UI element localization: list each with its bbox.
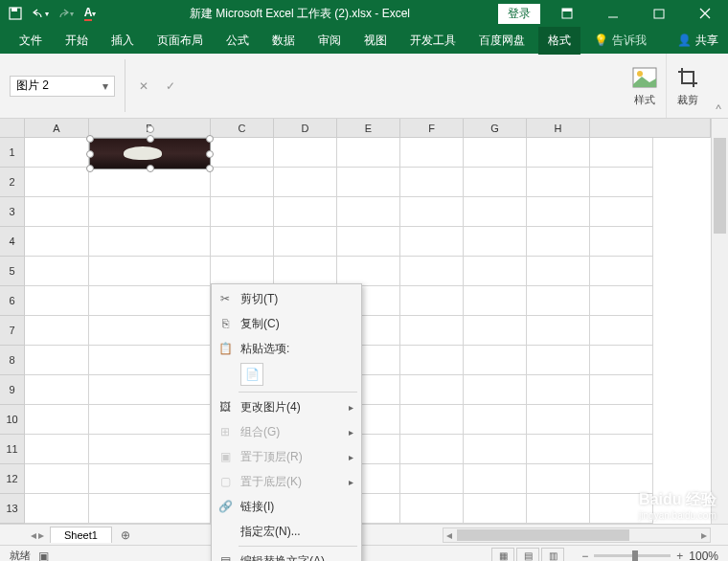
scrollbar-thumb[interactable]: [714, 138, 726, 234]
scrollbar-thumb[interactable]: [457, 529, 629, 541]
row-header[interactable]: 12: [0, 464, 25, 494]
row-header[interactable]: 1: [0, 138, 25, 168]
cell[interactable]: [400, 464, 464, 494]
cell[interactable]: [590, 197, 653, 227]
tab-insert[interactable]: 插入: [102, 29, 144, 53]
row-header[interactable]: 5: [0, 257, 25, 286]
cell[interactable]: [464, 138, 527, 168]
resize-handle-e[interactable]: [206, 150, 214, 158]
cell[interactable]: [464, 316, 527, 346]
cell[interactable]: [527, 435, 590, 464]
cell[interactable]: [590, 286, 653, 316]
cell[interactable]: [274, 168, 337, 197]
cell[interactable]: [464, 435, 527, 464]
normal-view-button[interactable]: ▦: [491, 548, 514, 562]
cell[interactable]: [89, 435, 211, 464]
resize-handle-w[interactable]: [86, 150, 94, 158]
ctx-cut[interactable]: ✂剪切(T): [212, 286, 361, 311]
cell[interactable]: [527, 316, 590, 346]
cell[interactable]: [527, 494, 590, 524]
cell[interactable]: [400, 346, 464, 375]
rotate-handle[interactable]: [147, 125, 154, 133]
cell[interactable]: [400, 375, 464, 405]
chevron-down-icon[interactable]: ▾: [102, 79, 108, 93]
row-header[interactable]: 9: [0, 375, 25, 405]
cell[interactable]: [527, 138, 590, 168]
maximize-button[interactable]: [640, 0, 678, 27]
cell[interactable]: [89, 494, 211, 524]
col-header[interactable]: E: [337, 119, 400, 138]
cell[interactable]: [590, 405, 653, 435]
page-break-view-button[interactable]: ▥: [541, 548, 564, 562]
row-header[interactable]: 7: [0, 316, 25, 346]
zoom-in-button[interactable]: +: [676, 550, 683, 562]
cancel-formula-icon[interactable]: ✕: [135, 79, 152, 93]
cell[interactable]: [464, 405, 527, 435]
cell[interactable]: [464, 168, 527, 197]
zoom-level[interactable]: 100%: [689, 550, 718, 562]
tab-formulas[interactable]: 公式: [216, 29, 259, 53]
zoom-slider[interactable]: [594, 554, 671, 557]
row-header[interactable]: 4: [0, 227, 25, 257]
cell[interactable]: [25, 316, 89, 346]
cell[interactable]: [211, 138, 274, 168]
row-header[interactable]: 11: [0, 435, 25, 464]
save-icon[interactable]: [4, 2, 27, 25]
resize-handle-nw[interactable]: [86, 135, 94, 143]
tab-view[interactable]: 视图: [354, 29, 397, 53]
tab-home[interactable]: 开始: [56, 29, 98, 53]
row-header[interactable]: 10: [0, 405, 25, 435]
cell[interactable]: [590, 316, 653, 346]
cell[interactable]: [25, 494, 89, 524]
cell[interactable]: [25, 435, 89, 464]
cell[interactable]: [464, 375, 527, 405]
cell[interactable]: [274, 257, 337, 286]
cell[interactable]: [590, 138, 653, 168]
row-header[interactable]: 6: [0, 286, 25, 316]
cell[interactable]: [400, 286, 464, 316]
cell[interactable]: [25, 138, 89, 168]
cell[interactable]: [89, 375, 211, 405]
cell[interactable]: [89, 405, 211, 435]
tab-baidu[interactable]: 百度网盘: [469, 29, 535, 53]
name-box[interactable]: 图片 2 ▾: [10, 76, 115, 97]
cell[interactable]: [274, 227, 337, 257]
resize-handle-se[interactable]: [206, 165, 214, 172]
resize-handle-n[interactable]: [147, 135, 154, 143]
col-header[interactable]: G: [464, 119, 527, 138]
resize-handle-s[interactable]: [147, 165, 154, 172]
cell[interactable]: [211, 257, 274, 286]
cell[interactable]: [590, 435, 653, 464]
cell[interactable]: [590, 375, 653, 405]
cell[interactable]: [89, 197, 211, 227]
cell[interactable]: [89, 316, 211, 346]
cell[interactable]: [464, 464, 527, 494]
tab-devtools[interactable]: 开发工具: [400, 29, 466, 53]
tab-layout[interactable]: 页面布局: [148, 29, 213, 53]
cell[interactable]: [464, 286, 527, 316]
cell[interactable]: [527, 405, 590, 435]
ctx-change-picture[interactable]: 🖼更改图片(4)▸: [212, 394, 361, 419]
resize-handle-ne[interactable]: [206, 135, 214, 143]
cell[interactable]: [400, 435, 464, 464]
vertical-scrollbar[interactable]: [711, 119, 728, 524]
cell[interactable]: [400, 168, 464, 197]
add-sheet-button[interactable]: ⊕: [116, 528, 135, 542]
minimize-button[interactable]: [594, 0, 632, 27]
tab-file[interactable]: 文件: [10, 29, 52, 53]
cell[interactable]: [274, 138, 337, 168]
tab-format[interactable]: 格式: [538, 27, 580, 55]
cell[interactable]: [590, 227, 653, 257]
cell[interactable]: [400, 257, 464, 286]
row-header[interactable]: 2: [0, 168, 25, 197]
ctx-alt-text[interactable]: ▤编辑替换文字(A)...: [212, 549, 361, 561]
cell[interactable]: [400, 227, 464, 257]
crop-group[interactable]: 裁剪: [667, 54, 709, 118]
cell[interactable]: [25, 375, 89, 405]
styles-group[interactable]: 样式: [624, 54, 667, 118]
tab-nav-prev[interactable]: ◂: [31, 528, 36, 542]
horizontal-scrollbar[interactable]: ◂ ▸: [443, 527, 711, 543]
cell[interactable]: [337, 257, 400, 286]
sheet-tab[interactable]: Sheet1: [50, 527, 112, 543]
cell[interactable]: [464, 257, 527, 286]
